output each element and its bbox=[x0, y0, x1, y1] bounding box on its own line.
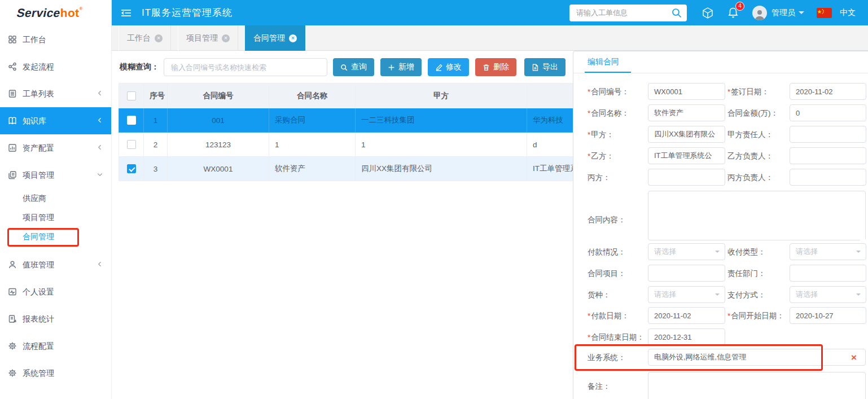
query-button[interactable]: 查询 bbox=[333, 58, 374, 76]
cell-party-a: 一二三科技集团 bbox=[356, 108, 527, 133]
search-icon[interactable] bbox=[671, 7, 682, 19]
query-button-label: 查询 bbox=[351, 62, 367, 72]
sidebar-item-start-process[interactable]: 发起流程 bbox=[0, 53, 111, 80]
cube-icon[interactable] bbox=[702, 7, 714, 19]
select-all-header bbox=[119, 84, 144, 108]
sidebar-item-process-config[interactable]: 流程配置 bbox=[0, 332, 111, 359]
search-input[interactable] bbox=[569, 5, 687, 21]
caret-down-icon bbox=[856, 293, 861, 298]
col-contract-name: 合同名称 bbox=[269, 84, 356, 108]
sign-date-label: *签订日期： bbox=[727, 83, 769, 100]
sidebar-item-label: 报表统计 bbox=[23, 314, 54, 323]
contract-name-input[interactable] bbox=[648, 104, 725, 121]
pay-type-select[interactable]: 请选择 bbox=[790, 243, 866, 260]
row-checkbox[interactable] bbox=[127, 116, 136, 125]
fuzzy-query-label: 模糊查询： bbox=[120, 62, 159, 72]
chevron-left-icon bbox=[97, 144, 103, 151]
sidebar-item-label: 工作台 bbox=[23, 35, 46, 44]
tab-close-icon[interactable] bbox=[155, 34, 163, 42]
amount-label: 合同金额(万)： bbox=[727, 104, 778, 122]
tab-project-management[interactable]: 项目管理 bbox=[178, 25, 238, 51]
cell-party-b: 华为科技 bbox=[527, 108, 576, 133]
table-row[interactable]: 2 123123 1 1 d bbox=[119, 133, 576, 157]
bell-icon[interactable]: 4 bbox=[727, 7, 739, 19]
edit-button[interactable]: 修改 bbox=[428, 58, 469, 76]
sign-date-input[interactable] bbox=[790, 83, 866, 100]
sidebar-item-label: 发起流程 bbox=[23, 62, 54, 71]
end-date-input[interactable] bbox=[648, 328, 725, 345]
department-input[interactable] bbox=[790, 265, 866, 282]
contract-no-input[interactable] bbox=[648, 83, 725, 100]
fuzzy-query-input[interactable] bbox=[164, 58, 327, 76]
language-switch[interactable]: 中文 bbox=[840, 8, 856, 18]
chevron-left-icon bbox=[97, 117, 103, 124]
select-placeholder: 请选择 bbox=[796, 287, 818, 302]
row-checkbox[interactable] bbox=[127, 140, 136, 149]
sidebar-item-label: 知识库 bbox=[23, 116, 46, 125]
sidebar-item-knowledge-base[interactable]: 知识库 bbox=[0, 107, 111, 134]
contracts-table: 序号 合同编号 合同名称 甲方 1 001 采购合同 一二三科技集团 华为科技 … bbox=[119, 83, 576, 181]
chevron-left-icon bbox=[97, 90, 103, 97]
edit-contract-panel: 编辑合同 *合同编号： *签订日期： *合同名称： 合同金额(万)： *甲方： … bbox=[573, 51, 868, 399]
table-row[interactable]: 1 001 采购合同 一二三科技集团 华为科技 bbox=[119, 108, 576, 133]
list-icon bbox=[8, 89, 17, 98]
resize-handle-icon[interactable] bbox=[860, 235, 865, 240]
tab-close-icon[interactable] bbox=[289, 34, 297, 42]
content-textarea[interactable] bbox=[648, 191, 866, 240]
sidebar-item-report-statistics[interactable]: 报表统计 bbox=[0, 305, 111, 332]
business-system-input[interactable] bbox=[648, 349, 866, 366]
cell-party-a: 四川XX集团有限公司 bbox=[356, 157, 527, 181]
party-a-owner-input[interactable] bbox=[790, 126, 866, 143]
remove-business-system-icon[interactable]: × bbox=[851, 353, 857, 362]
remark-textarea[interactable] bbox=[648, 372, 866, 399]
currency-select[interactable]: 请选择 bbox=[648, 286, 725, 303]
sidebar-subitem-project-management[interactable]: 项目管理 bbox=[0, 208, 111, 227]
amount-input[interactable] bbox=[790, 104, 866, 121]
tab-workbench[interactable]: 工作台 bbox=[119, 25, 171, 51]
party-b-input[interactable] bbox=[648, 147, 725, 164]
col-seq: 序号 bbox=[144, 84, 168, 108]
sidebar-item-duty-management[interactable]: 值班管理 bbox=[0, 251, 111, 278]
table-row[interactable]: 3 WX0001 软件资产 四川XX集团有限公司 IT工单管理系统公司 bbox=[119, 157, 576, 181]
project-label: 合同项目： bbox=[588, 265, 626, 282]
flow-icon bbox=[8, 62, 17, 71]
sidebar-item-system-management[interactable]: 系统管理 bbox=[0, 359, 111, 387]
sidebar-item-workbench[interactable]: 工作台 bbox=[0, 26, 111, 53]
row-checkbox[interactable] bbox=[127, 164, 136, 173]
export-button[interactable]: 导出 bbox=[524, 58, 565, 76]
pay-date-input[interactable] bbox=[648, 307, 725, 324]
china-flag-icon[interactable] bbox=[817, 8, 832, 18]
sidebar-item-project-management[interactable]: 项目管理 bbox=[0, 161, 111, 188]
party-b-owner-input[interactable] bbox=[790, 147, 866, 164]
avatar[interactable] bbox=[752, 6, 767, 20]
party-c-input[interactable] bbox=[648, 169, 725, 186]
cell-code: 123123 bbox=[168, 133, 269, 157]
project-input[interactable] bbox=[648, 265, 725, 282]
sidebar-item-personal-settings[interactable]: 个人设置 bbox=[0, 278, 111, 305]
username[interactable]: 管理员 bbox=[771, 8, 795, 18]
tab-label: 工作台 bbox=[127, 25, 151, 51]
sidebar-item-asset-config[interactable]: 资产配置 bbox=[0, 134, 111, 161]
panel-tab-edit-contract[interactable]: 编辑合同 bbox=[588, 57, 619, 67]
party-c-owner-input[interactable] bbox=[790, 169, 866, 186]
party-a-input[interactable] bbox=[648, 126, 725, 143]
cell-name: 1 bbox=[269, 133, 356, 157]
tab-contract-management[interactable]: 合同管理 bbox=[245, 25, 305, 51]
caret-down-icon bbox=[715, 293, 720, 298]
chevron-down-icon[interactable] bbox=[799, 11, 804, 17]
sidebar-subitem-suppliers[interactable]: 供应商 bbox=[0, 188, 111, 208]
notification-badge: 4 bbox=[735, 2, 744, 11]
delete-button[interactable]: 删除 bbox=[475, 58, 516, 76]
add-button[interactable]: 新增 bbox=[380, 58, 422, 76]
sidebar-item-ticket-list[interactable]: 工单列表 bbox=[0, 80, 111, 107]
payment-status-select[interactable]: 请选择 bbox=[648, 243, 725, 260]
global-search bbox=[569, 5, 687, 21]
select-all-checkbox[interactable] bbox=[127, 91, 136, 100]
start-date-input[interactable] bbox=[790, 307, 866, 324]
party-a-label: *甲方： bbox=[588, 126, 614, 143]
tab-close-icon[interactable] bbox=[222, 34, 230, 42]
servicehot-logo[interactable]: Servicehot® bbox=[0, 0, 111, 26]
sidebar-subitem-contract-management[interactable]: 合同管理 bbox=[0, 227, 111, 246]
pay-method-select[interactable]: 请选择 bbox=[790, 286, 866, 303]
menu-fold-icon[interactable] bbox=[121, 8, 131, 17]
